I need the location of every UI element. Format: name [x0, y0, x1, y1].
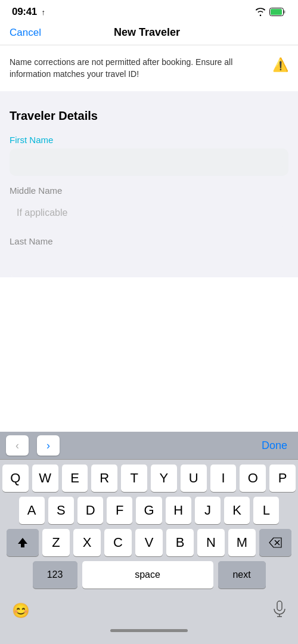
svg-rect-1	[271, 9, 282, 15]
mic-icon	[273, 600, 286, 617]
key-u[interactable]: U	[181, 465, 207, 492]
last-name-input[interactable]	[10, 250, 288, 277]
section-title: Traveler Details	[10, 109, 288, 123]
key-q[interactable]: Q	[2, 465, 29, 492]
home-indicator	[110, 629, 188, 632]
key-row-3: Z X C V B N M	[2, 529, 296, 556]
shift-icon	[17, 537, 29, 549]
key-row-1: Q W E R T Y U I O P	[2, 465, 296, 492]
first-name-group: First Name	[10, 135, 288, 176]
keyboard-bottom-bar: 😊	[0, 596, 298, 627]
toolbar-done-button[interactable]: Done	[257, 437, 292, 454]
key-b[interactable]: B	[166, 529, 194, 556]
key-n[interactable]: N	[197, 529, 225, 556]
status-icons	[255, 8, 286, 16]
key-f[interactable]: F	[107, 497, 132, 524]
cancel-button[interactable]: Cancel	[10, 27, 41, 39]
key-m[interactable]: M	[228, 529, 256, 556]
backspace-key[interactable]	[259, 529, 291, 556]
shift-key[interactable]	[7, 529, 39, 556]
key-t[interactable]: T	[121, 465, 147, 492]
first-name-input[interactable]	[10, 148, 288, 176]
battery-icon	[269, 8, 286, 16]
page-title: New Traveler	[114, 26, 180, 39]
last-name-group: Last Name	[10, 236, 288, 277]
svg-marker-2	[18, 538, 27, 547]
form-section: Traveler Details First Name Middle Name …	[0, 97, 298, 277]
backspace-icon	[269, 537, 282, 548]
key-k[interactable]: K	[224, 497, 250, 524]
keyboard-toolbar: ‹ › Done	[0, 432, 298, 460]
key-w[interactable]: W	[32, 465, 58, 492]
mic-key[interactable]	[273, 600, 286, 621]
first-name-label: First Name	[10, 135, 288, 145]
warning-banner: Name corrections are not permitted after…	[0, 45, 298, 91]
key-r[interactable]: R	[91, 465, 117, 492]
key-d[interactable]: D	[77, 497, 103, 524]
key-i[interactable]: I	[210, 465, 237, 492]
key-g[interactable]: G	[136, 497, 162, 524]
wifi-icon	[255, 8, 266, 16]
next-key[interactable]: next	[218, 561, 266, 589]
key-l[interactable]: L	[253, 497, 279, 524]
key-x[interactable]: X	[73, 529, 101, 556]
status-time: 09:41 ↑	[12, 6, 45, 18]
key-o[interactable]: O	[240, 465, 266, 492]
space-key[interactable]: space	[82, 561, 213, 589]
last-name-label: Last Name	[10, 236, 288, 246]
middle-name-input[interactable]: If applicable	[10, 199, 288, 227]
toolbar-nav: ‹ ›	[6, 435, 60, 456]
key-c[interactable]: C	[104, 529, 132, 556]
middle-name-label: Middle Name	[10, 185, 288, 196]
toolbar-prev-button[interactable]: ‹	[6, 435, 29, 456]
key-e[interactable]: E	[62, 465, 88, 492]
svg-rect-5	[277, 601, 282, 611]
key-a[interactable]: A	[19, 497, 45, 524]
keyboard-keys: Q W E R T Y U I O P A S D F G H J K L	[0, 460, 298, 596]
nav-bar: Cancel New Traveler	[0, 21, 298, 45]
num-key[interactable]: 123	[33, 561, 77, 589]
key-y[interactable]: Y	[151, 465, 177, 492]
emoji-key[interactable]: 😊	[12, 602, 30, 619]
location-arrow-icon: ↑	[41, 8, 45, 17]
warning-text: Name corrections are not permitted after…	[10, 56, 266, 80]
section-divider	[0, 91, 298, 97]
key-z[interactable]: Z	[42, 529, 70, 556]
home-indicator-row	[0, 627, 298, 644]
key-row-4: 123 space next	[2, 561, 296, 589]
toolbar-next-button[interactable]: ›	[37, 435, 60, 456]
warning-icon: ⚠️	[272, 57, 288, 73]
key-h[interactable]: H	[166, 497, 191, 524]
status-bar: 09:41 ↑	[0, 0, 298, 21]
key-j[interactable]: J	[195, 497, 221, 524]
key-v[interactable]: V	[135, 529, 163, 556]
key-row-2: A S D F G H J K L	[2, 497, 296, 524]
middle-name-group: Middle Name If applicable	[10, 185, 288, 227]
key-s[interactable]: S	[48, 497, 74, 524]
key-p[interactable]: P	[269, 465, 296, 492]
keyboard-area: ‹ › Done Q W E R T Y U I O P A S D	[0, 432, 298, 644]
